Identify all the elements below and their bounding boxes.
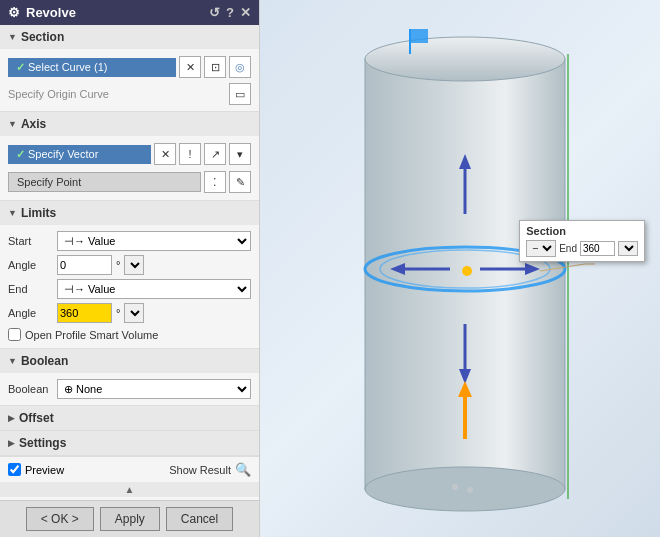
specify-point-label: Specify Point	[17, 176, 81, 188]
point-dots-btn[interactable]: ⁚	[204, 171, 226, 193]
panel-footer: < OK > Apply Cancel	[0, 500, 259, 537]
start-row: Start ⊣→ Value	[8, 229, 251, 253]
popup-row: ⊣→ End 360 ▾	[526, 240, 638, 257]
cylinder-svg	[315, 19, 615, 519]
circle-icon-btn[interactable]: ◎	[229, 56, 251, 78]
vector-arrow-btn[interactable]: ↗	[204, 143, 226, 165]
end-row: End ⊣→ Value	[8, 277, 251, 301]
start-label: Start	[8, 235, 53, 247]
panel-body: ▼ Section ✓ Select Curve (1) ✕ ⊡ ◎ Speci…	[0, 25, 259, 500]
boolean-content: Boolean ⊕ None	[0, 373, 259, 405]
vector-dropdown-btn[interactable]: ▾	[229, 143, 251, 165]
popup-unit-select[interactable]: ▾	[618, 241, 638, 256]
preview-checkbox[interactable]	[8, 463, 21, 476]
cancel-button[interactable]: Cancel	[166, 507, 233, 531]
section-header[interactable]: ▼ Section	[0, 25, 259, 49]
panel-header-left: ⚙ Revolve	[8, 5, 76, 20]
svg-point-13	[462, 266, 472, 276]
limits-arrow: ▼	[8, 208, 17, 218]
offset-section[interactable]: ▶ Offset	[0, 406, 259, 431]
boolean-title-label: Boolean	[21, 354, 68, 368]
vector-x-btn[interactable]: ✕	[154, 143, 176, 165]
right-panel: Section ⊣→ End 360 ▾	[260, 0, 660, 537]
settings-section[interactable]: ▶ Settings	[0, 431, 259, 456]
specify-vector-label: Specify Vector	[28, 148, 98, 160]
open-profile-label: Open Profile Smart Volume	[25, 329, 158, 341]
limits-header[interactable]: ▼ Limits	[0, 201, 259, 225]
specify-vector-button[interactable]: ✓ Specify Vector	[8, 145, 151, 164]
show-result-label: Show Result	[169, 464, 231, 476]
limits-group: ▼ Limits Start ⊣→ Value Angle 0 °	[0, 201, 259, 349]
apply-button[interactable]: Apply	[100, 507, 160, 531]
section-title-label: Section	[21, 30, 64, 44]
angle-end-row: Angle ° ▾	[8, 301, 251, 325]
preview-row: Preview Show Result 🔍	[0, 456, 259, 482]
open-profile-row: Open Profile Smart Volume	[8, 325, 251, 344]
popup-title: Section	[526, 225, 638, 237]
boolean-header[interactable]: ▼ Boolean	[0, 349, 259, 373]
svg-point-21	[452, 484, 458, 490]
preview-check-container: Preview	[8, 463, 64, 476]
section-content: ✓ Select Curve (1) ✕ ⊡ ◎ Specify Origin …	[0, 49, 259, 111]
x-icon-btn[interactable]: ✕	[179, 56, 201, 78]
limits-content: Start ⊣→ Value Angle 0 ° ▾ End	[0, 225, 259, 348]
angle-end-unit: °	[116, 307, 120, 319]
check-icon: ✓	[16, 61, 25, 74]
boolean-row: Boolean ⊕ None	[8, 377, 251, 401]
angle-start-unit-select[interactable]: ▾	[124, 255, 144, 275]
svg-rect-17	[410, 29, 428, 43]
specify-origin-row: Specify Origin Curve ▭	[8, 81, 251, 107]
angle-start-input[interactable]: 0	[57, 255, 112, 275]
origin-icon-btn[interactable]: ▭	[229, 83, 251, 105]
angle-end-label: Angle	[8, 307, 53, 319]
end-value-select[interactable]: ⊣→ Value	[57, 279, 251, 299]
panel-title: Revolve	[26, 5, 76, 20]
specify-vector-row: ✓ Specify Vector ✕ ! ↗ ▾	[8, 140, 251, 168]
reset-icon[interactable]: ↺	[209, 5, 220, 20]
settings-label: Settings	[19, 436, 66, 450]
boolean-select[interactable]: ⊕ None	[57, 379, 251, 399]
cylinder-container	[290, 10, 640, 527]
boolean-arrow: ▼	[8, 356, 17, 366]
help-icon[interactable]: ?	[226, 5, 234, 20]
select-curve-row: ✓ Select Curve (1) ✕ ⊡ ◎	[8, 53, 251, 81]
specify-point-button[interactable]: Specify Point	[8, 172, 201, 192]
svg-point-22	[467, 487, 473, 493]
popup-end-select[interactable]: ⊣→	[526, 240, 556, 257]
axis-header[interactable]: ▼ Axis	[0, 112, 259, 136]
point-icon-btn[interactable]: ✎	[229, 171, 251, 193]
select-curve-label: Select Curve (1)	[28, 61, 107, 73]
angle-end-unit-select[interactable]: ▾	[124, 303, 144, 323]
specify-point-row: Specify Point ⁚ ✎	[8, 168, 251, 196]
select-curve-button[interactable]: ✓ Select Curve (1)	[8, 58, 176, 77]
vector-check-icon: ✓	[16, 148, 25, 161]
vector-info-btn[interactable]: !	[179, 143, 201, 165]
boolean-group: ▼ Boolean Boolean ⊕ None	[0, 349, 259, 406]
specify-origin-label: Specify Origin Curve	[8, 88, 109, 100]
gear-icon: ⚙	[8, 5, 20, 20]
svg-point-1	[365, 37, 565, 81]
left-panel: ⚙ Revolve ↺ ? ✕ ▼ Section ✓ Select Curve…	[0, 0, 260, 537]
axis-title-label: Axis	[21, 117, 46, 131]
preview-label: Preview	[25, 464, 64, 476]
filter-icon-btn[interactable]: ⊡	[204, 56, 226, 78]
settings-arrow: ▶	[8, 438, 15, 448]
scroll-up-arrow[interactable]: ▲	[0, 482, 259, 497]
boolean-label: Boolean	[8, 383, 53, 395]
svg-point-2	[365, 467, 565, 511]
start-value-select[interactable]: ⊣→ Value	[57, 231, 251, 251]
close-icon[interactable]: ✕	[240, 5, 251, 20]
search-icon[interactable]: 🔍	[235, 462, 251, 477]
angle-end-input[interactable]	[57, 303, 112, 323]
popup-end-input[interactable]: 360	[580, 241, 615, 256]
section-popup: Section ⊣→ End 360 ▾	[519, 220, 645, 262]
panel-header: ⚙ Revolve ↺ ? ✕	[0, 0, 259, 25]
section-arrow: ▼	[8, 32, 17, 42]
ok-button[interactable]: < OK >	[26, 507, 94, 531]
axis-group: ▼ Axis ✓ Specify Vector ✕ ! ↗ ▾ Specify …	[0, 112, 259, 201]
offset-arrow: ▶	[8, 413, 15, 423]
angle-start-label: Angle	[8, 259, 53, 271]
open-profile-checkbox[interactable]	[8, 328, 21, 341]
angle-start-row: Angle 0 ° ▾	[8, 253, 251, 277]
axis-arrow: ▼	[8, 119, 17, 129]
